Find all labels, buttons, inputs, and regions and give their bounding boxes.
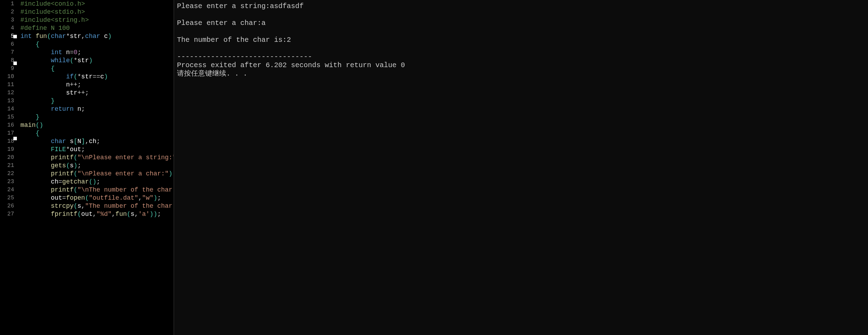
code-line[interactable]: printf("\nPlease enter a char:");	[20, 170, 173, 178]
code-line[interactable]: printf("\nPlease enter a string:");	[20, 154, 173, 162]
code-line[interactable]: char s[N],ch;	[20, 137, 173, 146]
code-line[interactable]: int n=0;	[20, 49, 173, 57]
console-line	[177, 11, 865, 19]
code-line[interactable]: if(*str==c)	[20, 73, 173, 81]
output-console[interactable]: Please enter a string:asdfasdf Please en…	[174, 0, 868, 335]
code-line[interactable]: strcpy(s,"The number of the char is:");	[20, 202, 173, 210]
code-line[interactable]: #include<string.h>	[20, 16, 173, 24]
console-line	[177, 27, 865, 36]
code-line[interactable]: #include<stdio.h>	[20, 8, 173, 16]
console-line: 请按任意键继续. . .	[177, 70, 865, 78]
code-line[interactable]: FILE*out;	[20, 146, 173, 154]
console-line: Please enter a char:a	[177, 19, 865, 27]
console-line: The number of the char is:2	[177, 36, 865, 44]
fold-column	[13, 0, 18, 226]
code-line[interactable]: {	[20, 40, 173, 49]
code-line[interactable]: gets(s);	[20, 162, 173, 170]
code-editor[interactable]: 1234567891011121314151617181920212223242…	[0, 0, 173, 335]
console-line: Process exited after 6.202 seconds with …	[177, 61, 865, 70]
fold-marker-icon[interactable]	[13, 62, 17, 65]
code-line[interactable]: #include<conio.h>	[20, 0, 173, 8]
console-line	[177, 44, 865, 53]
code-line[interactable]: }	[20, 97, 173, 105]
code-line[interactable]: main()	[20, 121, 173, 129]
code-line[interactable]: while(*str)	[20, 57, 173, 65]
code-line[interactable]: out=fopen("outfile.dat","w");	[20, 194, 173, 202]
code-line[interactable]: str++;	[20, 89, 173, 97]
console-line: --------------------------------	[177, 53, 865, 61]
code-area[interactable]: #include<conio.h>#include<stdio.h>#inclu…	[20, 0, 173, 218]
code-line[interactable]: fprintf(out,"%d",fun(s,'a'));	[20, 210, 173, 218]
app-root: 1234567891011121314151617181920212223242…	[0, 0, 868, 335]
code-line[interactable]: n++;	[20, 81, 173, 89]
code-line[interactable]: {	[20, 65, 173, 73]
code-line[interactable]: {	[20, 129, 173, 137]
console-line: Please enter a string:asdfasdf	[177, 2, 865, 11]
code-line[interactable]: #define N 100	[20, 24, 173, 32]
code-line[interactable]: }	[20, 113, 173, 121]
code-line[interactable]: printf("\nThe number of the char is:%d"	[20, 186, 173, 194]
fold-marker-icon[interactable]	[13, 137, 17, 140]
code-line[interactable]: ch=getchar();	[20, 178, 173, 186]
code-line[interactable]: return n;	[20, 105, 173, 113]
fold-marker-icon[interactable]	[13, 35, 17, 38]
code-line[interactable]: int fun(char*str,char c)	[20, 32, 173, 40]
